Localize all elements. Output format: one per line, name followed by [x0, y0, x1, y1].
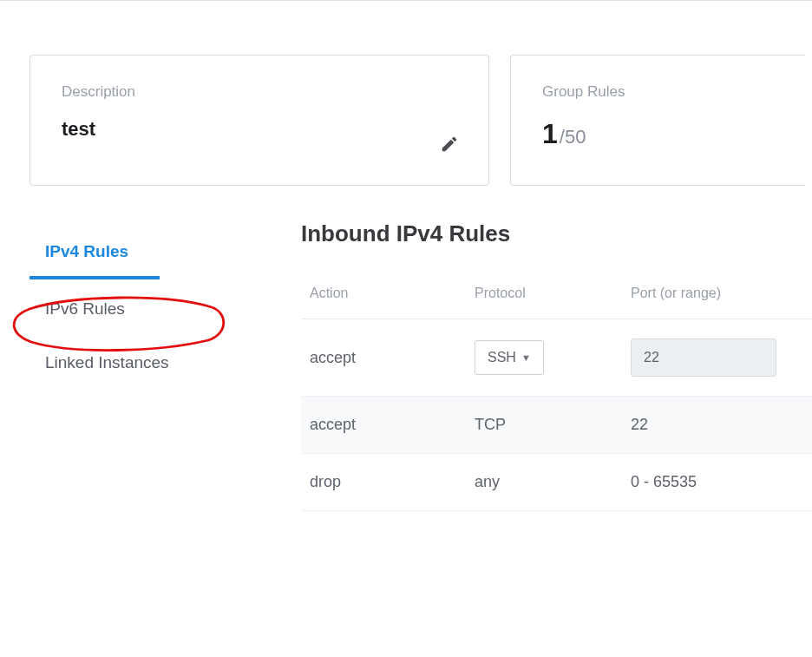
page-title: Inbound IPv4 Rules [301, 220, 812, 247]
protocol-select-value: SSH [488, 350, 516, 365]
sidebar-item-linked-instances[interactable]: Linked Instances [29, 338, 294, 387]
cell-protocol: SSH ▼ [466, 319, 622, 397]
cell-protocol: any [466, 454, 622, 511]
cell-action: accept [301, 397, 466, 454]
description-label: Description [62, 83, 457, 101]
port-input[interactable] [631, 338, 776, 377]
sidebar: IPv4 Rules IPv6 Rules Linked Instances [29, 220, 294, 511]
group-rules-label: Group Rules [542, 83, 774, 101]
col-action: Action [301, 277, 466, 319]
group-rules-card: Group Rules 1/50 [510, 55, 805, 186]
group-rules-count: 1/50 [542, 118, 774, 150]
protocol-select[interactable]: SSH ▼ [475, 340, 544, 375]
description-card: Description test [29, 55, 489, 186]
cell-port: 22 [622, 397, 812, 454]
cell-action: drop [301, 454, 466, 511]
col-port: Port (or range) [622, 277, 812, 319]
table-row: accept TCP 22 [301, 397, 812, 454]
group-rules-slash: / [558, 126, 565, 148]
rules-table: Action Protocol Port (or range) accept S… [301, 277, 812, 511]
table-row: accept SSH ▼ [301, 319, 812, 397]
edit-description-button[interactable] [440, 135, 459, 157]
col-protocol: Protocol [466, 277, 622, 319]
caret-down-icon: ▼ [521, 352, 531, 363]
sidebar-item-ipv4-rules[interactable]: IPv4 Rules [29, 227, 160, 279]
cell-port [622, 319, 812, 397]
cell-protocol: TCP [466, 397, 622, 454]
pencil-icon [440, 141, 459, 156]
table-row: drop any 0 - 65535 [301, 454, 812, 511]
cell-port: 0 - 65535 [622, 454, 812, 511]
sidebar-item-ipv6-rules[interactable]: IPv6 Rules [29, 285, 294, 333]
description-value: test [62, 118, 457, 141]
cell-action: accept [301, 319, 466, 397]
group-rules-limit: 50 [565, 126, 586, 148]
group-rules-current: 1 [542, 118, 558, 149]
